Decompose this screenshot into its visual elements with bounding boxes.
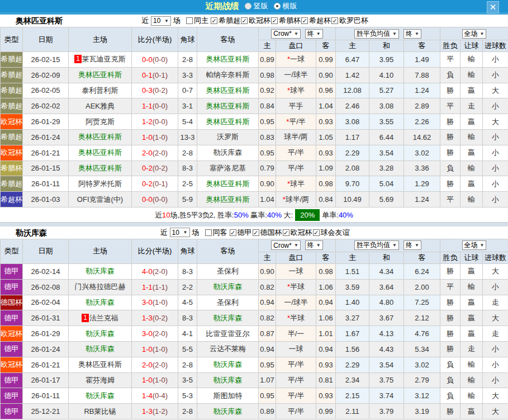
- avg-odds-select[interactable]: 胜平负均值▼: [354, 29, 399, 39]
- match-count-select[interactable]: 10▼: [151, 16, 171, 26]
- avg-draw: 3.67: [369, 310, 404, 326]
- score: 0-0(0-0): [132, 52, 178, 68]
- checkbox-checked-icon: ✓: [230, 229, 236, 236]
- result-goals: 大: [483, 404, 508, 419]
- match-row: 希超杯26-01-03OFI克雷迪(中)0-0(0-0)5-9奥林匹亚科斯1.0…: [1, 192, 508, 207]
- live-star-icon: *: [287, 55, 290, 63]
- odds-final-select[interactable]: 终▼: [305, 29, 323, 39]
- odds-away: 0.99: [316, 404, 336, 419]
- handicap: 半/一: [276, 326, 316, 342]
- match-count-select[interactable]: 10▼: [170, 228, 190, 237]
- result-goals: 小: [483, 176, 508, 192]
- type-badge: 德甲: [1, 263, 23, 279]
- league-checkbox-label: 希腊杯: [279, 16, 301, 26]
- league-checkbox[interactable]: ✓德甲: [230, 228, 252, 238]
- odds-away: 0.93: [316, 388, 336, 404]
- home-team: 奥林匹亚科斯: [69, 357, 132, 372]
- odds-home: 0.94: [259, 341, 276, 357]
- league-checkbox[interactable]: ✓球会友谊: [313, 228, 350, 238]
- match-date: 25-12-21: [23, 404, 69, 419]
- league-checkbox[interactable]: ✓欧罗巴杯: [331, 16, 368, 26]
- same-venue-checkbox[interactable]: 同主: [186, 16, 208, 26]
- fulltime-select[interactable]: 全场▼: [462, 240, 487, 250]
- result-wdl: 平: [440, 279, 460, 295]
- league-checkbox[interactable]: ✓希腊杯: [271, 16, 301, 26]
- odds-away: 0.98: [316, 176, 336, 192]
- avg-home: 2.11: [336, 404, 369, 419]
- league-checkbox[interactable]: ✓德国杯: [253, 228, 282, 238]
- odds-away: 0.96: [316, 83, 336, 98]
- league-checkbox-label: 希腊超: [219, 16, 240, 26]
- type-badge: 希腊超: [1, 98, 23, 114]
- odds-home: 0.83: [259, 129, 276, 145]
- odds-company-select[interactable]: Crow*▼: [271, 240, 301, 250]
- result-goals: 小: [483, 67, 508, 83]
- avg-home: 1.67: [336, 326, 369, 342]
- home-team: 奥林匹亚科斯: [69, 145, 132, 161]
- avg-draw: 3.54: [369, 145, 404, 161]
- avg-final-select[interactable]: 终▼: [403, 240, 421, 250]
- avg-home: 6.47: [336, 52, 369, 68]
- odds-final-select[interactable]: 终▼: [305, 240, 323, 250]
- radio-icon[interactable]: [245, 3, 251, 10]
- avg-draw: 4.34: [369, 263, 404, 279]
- radio-vertical-layout[interactable]: 竖版: [245, 1, 268, 11]
- match-date: 26-01-11: [23, 176, 69, 192]
- result-wdl: 勝: [440, 295, 460, 310]
- chevron-down-icon: ▼: [294, 243, 298, 248]
- corners: 2-2: [178, 279, 197, 295]
- radio-checked-icon[interactable]: [274, 3, 281, 10]
- match-row: 德甲26-01-24勒沃库森1-0(1-0)5-5云达不莱梅0.94一球0.94…: [1, 341, 508, 357]
- chevron-down-icon: ▼: [392, 243, 397, 248]
- avg-final-select[interactable]: 终▼: [403, 29, 421, 39]
- handicap: 一/球半: [276, 295, 316, 310]
- section-header: 奥林匹亚科斯 近 10▼ 场 同主 ✓希腊超✓欧冠杯✓希腊杯✓希超杯✓欧罗巴杯: [0, 15, 508, 27]
- checkbox-checked-icon: ✓: [301, 17, 308, 24]
- league-checkbox[interactable]: ✓欧冠杯: [241, 16, 270, 26]
- avg-away: 3.12: [404, 388, 440, 404]
- match-row: 欧冠杯26-01-21奥林匹亚科斯2-0(2-0)2-8勒沃库森0.95平/半0…: [1, 357, 508, 372]
- result-goals: 大: [483, 263, 508, 279]
- match-date: 26-01-29: [23, 114, 69, 130]
- avg-odds-select[interactable]: 胜平负均值▼: [354, 240, 399, 250]
- same-venue-checkbox[interactable]: 同客: [205, 228, 227, 238]
- corners: 8-3: [178, 310, 197, 326]
- odds-away: 1.01: [316, 326, 336, 342]
- away-team: 奥林匹亚科斯: [197, 98, 259, 114]
- result-goals: 走: [483, 326, 508, 342]
- close-icon[interactable]: ✕: [487, 1, 499, 13]
- league-checkbox[interactable]: ✓欧冠杯: [283, 228, 312, 238]
- home-team: OFI克雷迪(中): [69, 192, 132, 207]
- match-date: 26-01-29: [23, 326, 69, 342]
- result-wdl: 勝: [440, 83, 460, 98]
- result-goals: 大: [483, 114, 508, 130]
- corners: 2-5: [178, 176, 197, 192]
- odds-company-select[interactable]: Crow*▼: [271, 29, 301, 39]
- col-avg-home: 主: [336, 252, 369, 263]
- corners: 5-4: [178, 114, 197, 130]
- result-goals: 小: [483, 341, 508, 357]
- league-checkboxes: ✓德甲✓德国杯✓欧冠杯✓球会友谊: [230, 228, 350, 238]
- team-section: 奥林匹亚科斯 近 10▼ 场 同主 ✓希腊超✓欧冠杯✓希腊杯✓希超杯✓欧罗巴杯: [0, 15, 508, 223]
- handicap: *半球: [276, 279, 316, 295]
- result-handicap: 輸: [460, 52, 483, 68]
- avg-away: 5.34: [404, 341, 440, 357]
- score: 1-0(1-0): [132, 129, 178, 145]
- home-team: 勒沃库森: [69, 263, 132, 279]
- league-checkbox[interactable]: ✓希超杯: [301, 16, 331, 26]
- score: 3-0(2-0): [132, 326, 178, 342]
- col-handicap: 盘口: [276, 252, 316, 263]
- result-wdl: 平: [440, 192, 460, 207]
- radio-horizontal-layout[interactable]: 横版: [274, 1, 297, 11]
- avg-draw: 4.13: [369, 326, 404, 342]
- league-checkbox[interactable]: ✓希腊超: [211, 16, 240, 26]
- col-home: 主场: [69, 27, 132, 52]
- type-badge: 希腊超: [1, 176, 23, 192]
- match-row: 希腊超26-02-05泰利普利斯0-3(0-2)0-7奥林匹亚科斯0.92*球半…: [1, 83, 508, 98]
- odds-away: 0.93: [316, 357, 336, 372]
- match-row: 希腊超26-01-24奥林匹亚科斯1-0(1-0)13-3沃罗斯0.83球半/两…: [1, 129, 508, 145]
- live-star-icon: *: [287, 180, 290, 188]
- match-row: 希腊超26-02-02AEK雅典1-1(0-0)3-1奥林匹亚科斯0.84平手1…: [1, 98, 508, 114]
- avg-away: 6.24: [404, 263, 440, 279]
- fulltime-select[interactable]: 全场▼: [462, 29, 487, 39]
